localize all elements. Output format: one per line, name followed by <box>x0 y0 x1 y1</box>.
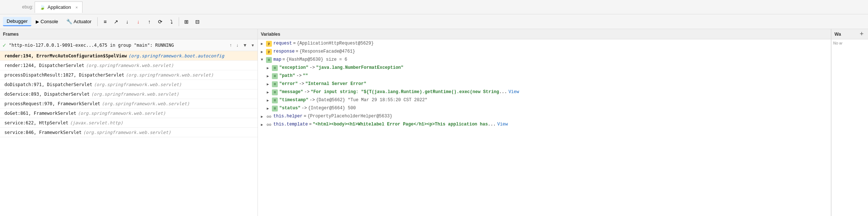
tab-icon: 🍃 <box>39 4 45 10</box>
frame-method: doService:893, DispatcherServlet <box>4 92 90 97</box>
thread-up-button[interactable]: ↑ <box>228 42 233 49</box>
settings-icon: ⊟ <box>195 19 200 25</box>
frame-method: render:194, ErrorMvcAutoConfiguration$Sp… <box>4 53 127 59</box>
view-link-template[interactable]: View <box>497 122 508 127</box>
table-row[interactable]: processDispatchResult:1027, DispatcherSe… <box>0 70 258 80</box>
var-value: "<html><body><h1>Whitelabel Error Page</… <box>313 122 488 127</box>
expand-icon[interactable]: ▶ <box>267 81 270 86</box>
step-out-button[interactable]: ↓ <box>133 17 143 27</box>
tab-bar: ebug: 🍃 Application × <box>0 0 868 14</box>
list-item[interactable]: ▶ ≡ "error" -> "Internal Server Error" <box>258 81 831 89</box>
no-watches-text: No w <box>833 41 842 45</box>
var-type-icon: ≡ <box>272 73 278 79</box>
variables-panel-header: Variables <box>258 29 831 39</box>
toolbar: Debugger ▶ Console 🔧 Actuator ≡ ↗ ↓ ↓ ↑ … <box>0 14 868 29</box>
list-item[interactable]: ▶ ≡ "message" -> "For input string: "${T… <box>258 89 831 97</box>
watches-header-label: Wa <box>834 32 841 37</box>
tab-close-button[interactable]: × <box>76 5 78 10</box>
force-step-into-button[interactable]: ⤵ <box>166 17 176 27</box>
expand-icon[interactable]: ▶ <box>261 49 265 54</box>
tab-label: Application <box>48 4 71 10</box>
expand-icon[interactable]: ▶ <box>267 65 270 70</box>
evaluate-button[interactable]: ⟳ <box>155 17 165 27</box>
thread-filter-button[interactable]: ▼ <box>241 42 249 49</box>
var-name: "path" <box>279 73 295 78</box>
thread-down-button[interactable]: ↓ <box>235 42 240 49</box>
thread-menu-button[interactable]: ▾ <box>250 42 255 49</box>
var-equals: = <box>293 41 295 46</box>
var-value: "java.lang.NumberFormatException" <box>316 65 404 70</box>
run-to-cursor-icon: ↑ <box>148 19 151 25</box>
actuator-button[interactable]: 🔧 Actuator <box>63 17 95 26</box>
expand-icon[interactable]: ▶ <box>267 98 270 103</box>
table-row[interactable]: doService:893, DispatcherServlet (org.sp… <box>0 89 258 99</box>
frames-icon: ⊞ <box>184 19 189 25</box>
expand-icon[interactable]: ▶ <box>261 41 265 46</box>
expand-icon[interactable]: ▶ <box>267 106 270 111</box>
list-item[interactable]: ▶ oo this.template = "<html><body><h1>Wh… <box>258 121 831 129</box>
frames-panel: Frames ✓ "http-nio-127.0.0.1-9091-exec..… <box>0 29 258 216</box>
console-button[interactable]: ▶ Console <box>32 17 62 26</box>
step-into-icon: ↓ <box>126 19 129 25</box>
add-watch-button[interactable]: + <box>858 29 865 39</box>
list-item[interactable]: ▶ ≡ "exception" -> "java.lang.NumberForm… <box>258 64 831 72</box>
frame-class: (org.springframework.web.servlet) <box>102 101 189 106</box>
table-row[interactable]: doDispatch:971, DispatcherServlet (org.s… <box>0 80 258 89</box>
var-value: {Date@5662} "Tue Mar 29 18:55:20 CST 202… <box>316 98 427 103</box>
var-equals: = <box>283 57 285 62</box>
table-row[interactable]: render:194, ErrorMvcAutoConfiguration$Sp… <box>0 51 258 61</box>
list-item[interactable]: ▶ ≡ "status" -> {Integer@5664} 500 <box>258 105 831 113</box>
frame-method: service:622, HttpServlet <box>4 120 68 125</box>
table-row[interactable]: service:846, FrameworkServlet (org.sprin… <box>0 128 258 137</box>
debugger-button[interactable]: Debugger <box>3 17 31 26</box>
step-into-button[interactable]: ↓ <box>122 17 132 27</box>
frame-method: processDispatchResult:1027, DispatcherSe… <box>4 72 124 78</box>
view-link[interactable]: View <box>508 89 519 95</box>
console-icon: ▶ <box>36 19 39 24</box>
variables-header-label: Variables <box>261 32 280 37</box>
frame-list: render:194, ErrorMvcAutoConfiguration$Sp… <box>0 51 258 216</box>
table-row[interactable]: render:1244, DispatcherServlet (org.spri… <box>0 61 258 70</box>
table-row[interactable]: doGet:861, FrameworkServlet (org.springf… <box>0 109 258 118</box>
var-type-icon: ≡ <box>272 89 278 95</box>
var-value: {Integer@5664} 500 <box>308 106 356 111</box>
list-item[interactable]: ▼ ≡ map = {HashMap@5630} size = 6 <box>258 56 831 64</box>
thread-name: "http-nio-127.0.0.1-9091-exec...4,675 in… <box>9 43 227 48</box>
expand-icon[interactable]: ▼ <box>261 57 265 62</box>
var-name: this.helper <box>273 114 302 119</box>
frames-button[interactable]: ⊞ <box>181 17 192 27</box>
list-item[interactable]: ▶ oo this.helper = {PropertyPlaceholderH… <box>258 113 831 121</box>
frame-class: (org.springframework.web.servlet) <box>94 82 181 87</box>
var-value: {HashMap@5630} size = 6 <box>286 57 347 62</box>
application-tab[interactable]: 🍃 Application × <box>35 1 83 13</box>
step-over-button[interactable]: ↗ <box>111 17 121 27</box>
actuator-icon: 🔧 <box>66 19 72 24</box>
thread-row[interactable]: ✓ "http-nio-127.0.0.1-9091-exec...4,675 … <box>0 39 258 51</box>
var-equals: = <box>304 114 306 119</box>
frame-class: (org.springframework.boot.autoconfig <box>128 53 224 59</box>
frame-method: render:1244, DispatcherServlet <box>4 63 84 68</box>
table-row[interactable]: processRequest:970, FrameworkServlet (or… <box>0 99 258 109</box>
expand-icon[interactable]: ▶ <box>261 114 265 119</box>
frame-class: (org.springframework.web.servlet) <box>78 111 165 116</box>
run-to-cursor-button[interactable]: ↑ <box>144 17 154 27</box>
settings-button[interactable]: ⊟ <box>192 17 203 27</box>
expand-icon[interactable]: ▶ <box>267 73 270 78</box>
watches-empty-content: No w <box>832 39 868 216</box>
table-row[interactable]: service:622, HttpServlet (javax.servlet.… <box>0 118 258 128</box>
var-equals: = <box>296 49 298 54</box>
var-type-icon: ≡ <box>272 98 278 103</box>
toolbar-divider-2 <box>179 17 179 26</box>
frame-method: doDispatch:971, DispatcherServlet <box>4 82 92 87</box>
var-type-icon: oo <box>266 114 272 120</box>
list-item[interactable]: ▶ ≡ "path" -> "" <box>258 72 831 81</box>
list-item[interactable]: ▶ ≡ "timestamp" -> {Date@5662} "Tue Mar … <box>258 97 831 105</box>
menu-button[interactable]: ≡ <box>100 17 110 27</box>
var-type-icon: p <box>266 49 272 55</box>
list-item[interactable]: ▶ p request = {ApplicationHttpRequest@56… <box>258 40 831 48</box>
expand-icon[interactable]: ▶ <box>267 89 270 95</box>
list-item[interactable]: ▶ p response = {ResponseFacade@4761} <box>258 48 831 56</box>
expand-icon[interactable]: ▶ <box>261 122 265 127</box>
var-value: {PropertyPlaceholderHelper@5633} <box>307 114 392 119</box>
menu-icon: ≡ <box>104 19 106 25</box>
